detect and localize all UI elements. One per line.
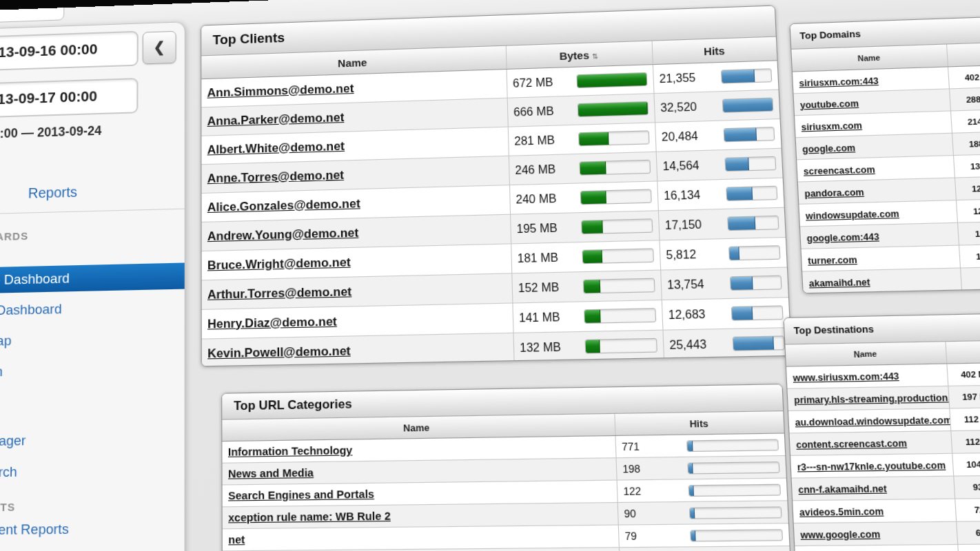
destination-name-link[interactable]: www.siriusxm.com:443 [793, 371, 899, 384]
bar-trough [722, 98, 774, 113]
domain-name-link[interactable]: google.com [802, 143, 856, 154]
bytes-bar [578, 73, 647, 87]
destination-name-link[interactable]: au.download.windowsupdate.com [795, 415, 950, 428]
bytes-value: 214 MB [950, 110, 980, 134]
sidebar-item-executive-dashboard[interactable]: ve Dashboard [0, 262, 185, 293]
top-destinations-table: Name Bytes⇅ www.siriusxm.com:443402 MBpr… [785, 340, 980, 551]
bytes-bar-cell [575, 211, 659, 242]
domain-name-link[interactable]: akamaihd.net [809, 277, 870, 289]
hits-value: 35 [619, 547, 686, 551]
bytes-bar-cell [572, 123, 655, 154]
category-name-link[interactable]: Information Technology [228, 444, 353, 458]
destination-name-link[interactable]: www.google.com [800, 529, 880, 541]
destination-name-link[interactable]: primary.hls-streaming.production.ip-cont… [794, 391, 949, 406]
dashboards-section-heading: OARDS [0, 223, 185, 246]
bytes-value: 666 MB [507, 96, 573, 127]
client-name-link[interactable]: Kevin.Powell@demo.net [207, 344, 351, 360]
bytes-value: 96 MB [960, 267, 980, 291]
sidebar-item-firewatch[interactable]: tch [0, 355, 185, 386]
hits-bar-cell [722, 238, 787, 269]
table-row: www.siriusxm.com:443402 MB [786, 362, 980, 388]
bar-trough [731, 305, 784, 320]
hits-bar-cell [715, 61, 779, 92]
date-to-input[interactable]: 2013-09-17 00:00 [0, 78, 139, 119]
client-name-link[interactable]: Arthur.Torres@demo.net [207, 284, 351, 302]
destination-name-link[interactable]: content.screencast.com [796, 438, 907, 450]
hits-value: 16,134 [657, 180, 721, 211]
domain-name-link[interactable]: youtube.com [800, 98, 859, 110]
client-name-link[interactable]: Andrew.Young@demo.net [207, 225, 359, 242]
bar-trough [578, 130, 649, 146]
hits-bar-cell [721, 207, 786, 238]
bytes-bar [580, 162, 606, 175]
sidebar-item-security-dashboard[interactable]: y Dashboard [0, 293, 185, 324]
domain-name-link[interactable]: siriusxm.com:443 [799, 76, 879, 88]
bytes-value: 402 MB [948, 65, 980, 89]
column-header-bytes[interactable]: Bytes⇅ [945, 340, 980, 364]
client-name-link[interactable]: Anna.Parker@demo.net [207, 110, 345, 128]
sidebar-divider [0, 209, 185, 215]
category-name-link[interactable]: net [228, 533, 245, 546]
category-name-link[interactable]: xception rule name: WB Rule 2 [228, 509, 391, 523]
sidebar-menu: OARDS ve Dashboard y Dashboard Map tch a… [0, 223, 185, 548]
date-from-input[interactable]: 2013-09-16 00:00 [0, 31, 139, 72]
client-name-link[interactable]: Henry.Diaz@demo.net [207, 314, 337, 331]
sidebar-item-manager[interactable]: anager [0, 425, 185, 455]
bytes-value: 246 MB [509, 154, 574, 185]
hits-bar-cell [684, 546, 790, 551]
category-name-link[interactable]: News and Media [228, 466, 314, 480]
domain-name-link[interactable]: pandora.com [804, 187, 864, 198]
domain-name-link[interactable]: turner.com [808, 254, 857, 266]
hits-value: 25,443 [662, 329, 727, 360]
destination-name-link[interactable]: cnn-f.akamaihd.net [798, 484, 887, 495]
dashboard-background: 2013-09-16 00:00 ❮ 2013-09-17 00:00 00:0… [0, 0, 980, 551]
bar-trough [583, 278, 655, 294]
client-name-link[interactable]: Albert.White@demo.net [207, 139, 345, 157]
bar-trough [727, 216, 779, 231]
hits-value: 14,564 [656, 150, 720, 181]
category-name-link[interactable]: Search Engines and Portals [228, 487, 374, 501]
column-header-hits[interactable]: Hits [614, 411, 784, 435]
destination-name-link[interactable]: r3---sn-nw17knle.c.youtube.com [797, 460, 946, 473]
hits-value: 79 [618, 524, 685, 548]
destination-name-link[interactable]: avideos.5min.com [799, 506, 884, 518]
bytes-value: 101 MB [959, 244, 980, 268]
partial-input[interactable] [0, 0, 64, 23]
column-header-bytes[interactable]: Bytes [946, 41, 980, 67]
sidebar-item-client-reports[interactable]: Client Reports [0, 514, 185, 543]
bytes-bar [586, 340, 601, 353]
bytes-bar-cell [575, 240, 660, 272]
domain-name-link[interactable]: siriusxm.com [801, 120, 862, 132]
bar-trough [585, 338, 657, 354]
hits-bar-cell [681, 455, 786, 479]
bar-trough [582, 248, 653, 264]
domain-name-link[interactable]: windowsupdate.com [806, 208, 899, 221]
column-header-name[interactable]: Name [785, 342, 946, 366]
bar-trough [724, 156, 776, 171]
sidebar-item-search[interactable]: earch [0, 457, 185, 486]
bytes-bar [584, 310, 600, 323]
domain-name-link[interactable]: screencast.com [803, 164, 875, 176]
client-name-link[interactable]: Bruce.Wright@demo.net [207, 255, 351, 272]
sidebar-item-map[interactable]: Map [0, 324, 185, 355]
table-row: avideos.5min.com72 MB [793, 497, 980, 523]
column-header-hits[interactable]: Hits [652, 37, 777, 65]
hits-bar [690, 508, 695, 518]
hits-bar [722, 70, 755, 83]
reports-link[interactable]: Reports [28, 184, 77, 202]
domain-name-link[interactable]: google.com:443 [806, 231, 879, 244]
top-domains-panel: Top Domains Name Bytes siriusxm.com:4434… [789, 14, 980, 294]
top-url-categories-panel: Top URL Categories Name Hits Information… [221, 384, 793, 551]
hits-bar [689, 486, 694, 496]
bytes-bar [584, 280, 601, 293]
back-button[interactable]: ❮ [143, 31, 176, 65]
top-clients-table: Name Bytes⇅ Hits Ann.Simmons@demo.net672… [201, 37, 791, 367]
bytes-value: 68 MB [956, 521, 980, 545]
bytes-bar-cell [573, 152, 657, 183]
client-name-link[interactable]: Ann.Simmons@demo.net [207, 81, 354, 99]
client-name-link[interactable]: Alice.Gonzales@demo.net [207, 196, 360, 214]
hits-bar [724, 128, 757, 141]
client-name-link[interactable]: Anne.Torres@demo.net [207, 167, 345, 185]
hits-bar-cell [682, 478, 787, 501]
bar-trough [578, 101, 649, 117]
